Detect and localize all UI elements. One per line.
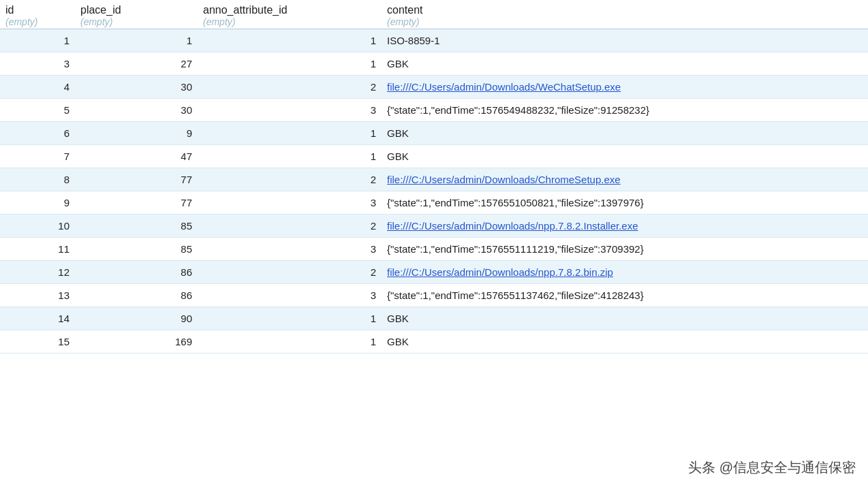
cell-place-id: 30: [75, 99, 198, 122]
cell-anno-attribute-id: 1: [198, 122, 382, 145]
cell-id: 15: [0, 330, 75, 354]
table-row: 12862file:///C:/Users/admin/Downloads/np…: [0, 261, 868, 284]
cell-place-id: 85: [75, 238, 198, 261]
table-row: 4302file:///C:/Users/admin/Downloads/WeC…: [0, 76, 868, 99]
cell-place-id: 86: [75, 284, 198, 307]
cell-anno-attribute-id: 2: [198, 215, 382, 238]
col-header-content: content (empty): [382, 0, 868, 29]
cell-anno-attribute-id: 1: [198, 29, 382, 52]
cell-id: 10: [0, 215, 75, 238]
main-table-container: id (empty) place_id (empty) anno_attribu…: [0, 0, 868, 354]
cell-id: 11: [0, 238, 75, 261]
col-header-id: id (empty): [0, 0, 75, 29]
table-row: 11853{"state":1,"endTime":1576551111219,…: [0, 238, 868, 261]
cell-anno-attribute-id: 1: [198, 307, 382, 330]
cell-id: 1: [0, 29, 75, 52]
table-row: 10852file:///C:/Users/admin/Downloads/np…: [0, 215, 868, 238]
cell-content[interactable]: file:///C:/Users/admin/Downloads/WeChatS…: [382, 76, 868, 99]
table-row: 14901GBK: [0, 307, 868, 330]
cell-anno-attribute-id: 2: [198, 168, 382, 191]
content-link[interactable]: file:///C:/Users/admin/Downloads/WeChatS…: [387, 81, 621, 93]
cell-id: 14: [0, 307, 75, 330]
watermark: 头条 @信息安全与通信保密: [688, 458, 856, 477]
cell-content: ISO-8859-1: [382, 29, 868, 52]
cell-place-id: 9: [75, 122, 198, 145]
table-body: 111ISO-8859-13271GBK4302file:///C:/Users…: [0, 29, 868, 354]
table-row: 691GBK: [0, 122, 868, 145]
cell-place-id: 169: [75, 330, 198, 354]
cell-content: GBK: [382, 52, 868, 76]
table-row: 111ISO-8859-1: [0, 29, 868, 52]
cell-place-id: 90: [75, 307, 198, 330]
cell-content[interactable]: file:///C:/Users/admin/Downloads/npp.7.8…: [382, 215, 868, 238]
cell-content: {"state":1,"endTime":1576551137462,"file…: [382, 284, 868, 307]
cell-place-id: 47: [75, 145, 198, 168]
content-link[interactable]: file:///C:/Users/admin/Downloads/npp.7.8…: [387, 266, 613, 278]
cell-place-id: 1: [75, 29, 198, 52]
cell-id: 7: [0, 145, 75, 168]
table-row: 9773{"state":1,"endTime":1576551050821,"…: [0, 191, 868, 215]
cell-content: GBK: [382, 145, 868, 168]
cell-anno-attribute-id: 3: [198, 238, 382, 261]
cell-content: GBK: [382, 307, 868, 330]
cell-place-id: 85: [75, 215, 198, 238]
col-header-anno-attribute-id: anno_attribute_id (empty): [198, 0, 382, 29]
table-header-row: id (empty) place_id (empty) anno_attribu…: [0, 0, 868, 29]
cell-id: 5: [0, 99, 75, 122]
table-row: 151691GBK: [0, 330, 868, 354]
cell-place-id: 77: [75, 191, 198, 215]
cell-content: {"state":1,"endTime":1576551111219,"file…: [382, 238, 868, 261]
cell-content: GBK: [382, 330, 868, 354]
cell-anno-attribute-id: 2: [198, 76, 382, 99]
cell-place-id: 27: [75, 52, 198, 76]
cell-anno-attribute-id: 3: [198, 191, 382, 215]
cell-content[interactable]: file:///C:/Users/admin/Downloads/ChromeS…: [382, 168, 868, 191]
cell-id: 3: [0, 52, 75, 76]
cell-place-id: 77: [75, 168, 198, 191]
content-link[interactable]: file:///C:/Users/admin/Downloads/npp.7.8…: [387, 220, 638, 232]
cell-place-id: 86: [75, 261, 198, 284]
cell-anno-attribute-id: 1: [198, 330, 382, 354]
cell-id: 9: [0, 191, 75, 215]
cell-id: 4: [0, 76, 75, 99]
cell-id: 6: [0, 122, 75, 145]
cell-content: {"state":1,"endTime":1576551050821,"file…: [382, 191, 868, 215]
cell-content: {"state":1,"endTime":1576549488232,"file…: [382, 99, 868, 122]
cell-id: 8: [0, 168, 75, 191]
data-table: id (empty) place_id (empty) anno_attribu…: [0, 0, 868, 354]
table-row: 5303{"state":1,"endTime":1576549488232,"…: [0, 99, 868, 122]
table-row: 13863{"state":1,"endTime":1576551137462,…: [0, 284, 868, 307]
table-row: 7471GBK: [0, 145, 868, 168]
col-header-place-id: place_id (empty): [75, 0, 198, 29]
cell-place-id: 30: [75, 76, 198, 99]
cell-id: 13: [0, 284, 75, 307]
content-link[interactable]: file:///C:/Users/admin/Downloads/ChromeS…: [387, 174, 621, 185]
cell-anno-attribute-id: 1: [198, 145, 382, 168]
table-row: 8772file:///C:/Users/admin/Downloads/Chr…: [0, 168, 868, 191]
cell-anno-attribute-id: 3: [198, 284, 382, 307]
cell-anno-attribute-id: 1: [198, 52, 382, 76]
cell-content[interactable]: file:///C:/Users/admin/Downloads/npp.7.8…: [382, 261, 868, 284]
table-row: 3271GBK: [0, 52, 868, 76]
cell-anno-attribute-id: 3: [198, 99, 382, 122]
cell-id: 12: [0, 261, 75, 284]
cell-anno-attribute-id: 2: [198, 261, 382, 284]
cell-content: GBK: [382, 122, 868, 145]
